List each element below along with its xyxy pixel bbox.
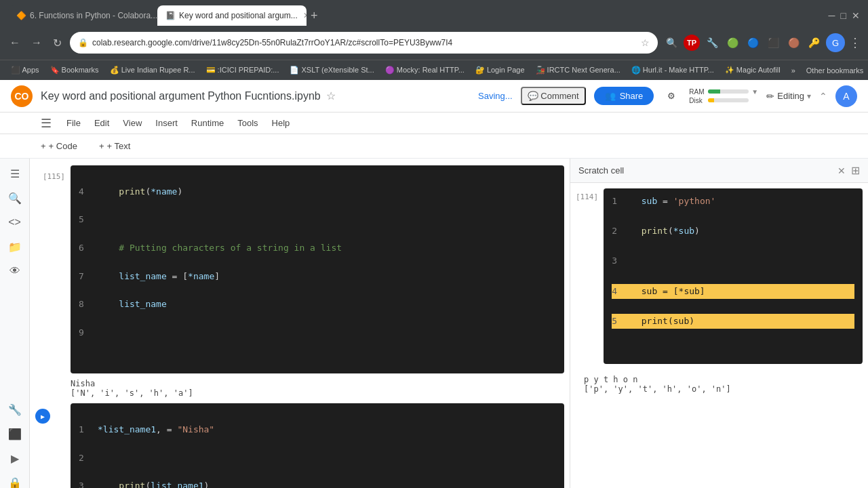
menu-help[interactable]: Help (265, 115, 297, 131)
scratch-title: Scratch cell (578, 165, 624, 176)
share-button[interactable]: 👥 Share (594, 87, 654, 105)
extension-icon-5[interactable]: ⬛ (765, 35, 781, 51)
notebook-title: Key word and positional argument Python … (41, 90, 321, 102)
sidebar-icon-block[interactable]: ⬛ (5, 424, 24, 443)
extension-icon-7[interactable]: 🔑 (806, 35, 822, 51)
notebook-cells: [115] 4 print(*name) 5 6 # Putting chara… (30, 159, 570, 488)
menu-insert[interactable]: Insert (149, 115, 184, 131)
cell-b[interactable]: 1*list_name1, = "Nisha" 2 3 print(list_n… (71, 403, 564, 488)
other-bookmarks[interactable]: Other bookmarks (802, 65, 867, 76)
main-content: ☰ 🔍 <> 📁 👁 🔧 ⬛ ▶ 🔒 [115] 4 print(*name) … (0, 159, 868, 488)
scratch-panel: Scratch cell ✕ ⊞ [114] 1 sub = 'python' … (570, 159, 868, 488)
plus-icon-code: + (41, 141, 46, 151)
comment-button[interactable]: 💬 Comment (521, 87, 586, 105)
scratch-cell-code: 1 sub = 'python' 2 print(*sub) 3 4 sub =… (604, 188, 863, 364)
forward-button[interactable]: → (28, 34, 45, 52)
menu-file[interactable]: File (60, 115, 87, 131)
tab-inactive[interactable]: 🔶 6. Functions in Python - Colabora... ✕ (8, 5, 157, 26)
address-bar[interactable]: 🔒 colab.research.google.com/drive/11w8cy… (70, 32, 658, 54)
bookmark-6[interactable]: 🚂 IRCTC Next Genera... (532, 64, 625, 76)
extension-icon-6[interactable]: 🟤 (785, 35, 802, 51)
ram-dropdown-icon[interactable]: ▼ (751, 88, 758, 96)
extension-icon-1[interactable]: TP (684, 35, 700, 51)
bookmark-5[interactable]: 🔐 Login Page (471, 64, 529, 76)
search-icon[interactable]: 🔍 (663, 35, 679, 51)
close-window-button[interactable]: ✕ (852, 10, 860, 21)
add-text-button[interactable]: + + Text (94, 138, 136, 154)
tab-icon-1: 🔶 (16, 11, 26, 20)
colab-logo: CO (11, 85, 33, 107)
menu-tools[interactable]: Tools (231, 115, 264, 131)
tab-icon-2: 📓 (165, 11, 175, 20)
menu-edit[interactable]: Edit (87, 115, 116, 131)
extension-icon-4[interactable]: 🔵 (745, 35, 761, 51)
tab-active[interactable]: 📓 Key word and positional argum... ✕ (157, 5, 307, 26)
user-avatar[interactable]: A (835, 85, 857, 107)
ram-bar (708, 89, 749, 94)
tab-close-2[interactable]: ✕ (303, 11, 307, 20)
add-code-button[interactable]: + + Code (35, 138, 83, 154)
sidebar-icon-lock[interactable]: 🔒 (5, 473, 24, 488)
settings-icon[interactable]: ⚙ (662, 88, 681, 104)
refresh-button[interactable]: ↻ (50, 34, 64, 52)
editing-badge[interactable]: ✏ Editing ▾ (766, 91, 811, 102)
disk-indicator: Disk (689, 97, 758, 104)
sidebar-icon-files[interactable]: 📁 (5, 237, 24, 256)
lock-icon: 🔒 (78, 38, 88, 47)
saving-status: Saving... (478, 91, 513, 101)
disk-fill (708, 98, 714, 102)
star-notebook-icon[interactable]: ☆ (326, 89, 336, 102)
bookmark-8[interactable]: ✨ Magic Autofill (721, 64, 785, 76)
ram-disk-indicator[interactable]: RAM ▼ Disk (689, 88, 758, 104)
sidebar-icon-run[interactable]: ▶ (5, 449, 24, 468)
menu-button[interactable]: ⋮ (849, 35, 861, 50)
url-text: colab.research.google.com/drive/11w8cy25… (92, 38, 641, 47)
bookmark-4[interactable]: 🟣 Mocky: Real HTTP... (381, 64, 469, 76)
sidebar-toggle[interactable]: ☰ (41, 116, 52, 131)
maximize-button[interactable]: □ (841, 10, 846, 21)
bookmark-2[interactable]: 💳 :ICICI PREPAID:... (202, 64, 283, 76)
sidebar-icon-code[interactable]: <> (5, 213, 24, 232)
bookmarks-bar: ⬛ Apps 🔖 Bookmarks 💰 Live Indian Rupee R… (0, 60, 868, 80)
cell-115[interactable]: 4 print(*name) 5 6 # Putting characters … (71, 165, 564, 373)
scratch-execution-count: [114] (576, 188, 604, 364)
extension-icon-2[interactable]: 🔧 (704, 35, 720, 51)
ram-label: RAM (689, 88, 705, 96)
plus-icon-text: + (99, 141, 104, 151)
extension-icon-3[interactable]: 🟢 (724, 35, 741, 51)
browser-chrome: 🔶 6. Functions in Python - Colabora... ✕… (0, 0, 868, 80)
sidebar-icon-menu[interactable]: ☰ (5, 164, 24, 183)
back-button[interactable]: ← (7, 34, 23, 52)
scratch-grid-icon[interactable]: ⊞ (851, 164, 860, 177)
scratch-close-button[interactable]: ✕ (837, 165, 846, 176)
menu-view[interactable]: View (116, 115, 149, 131)
collapse-icon[interactable]: ⌃ (819, 91, 827, 102)
tab-title-2: Key word and positional argum... (179, 11, 298, 20)
add-cell-bar: + + Code + + Text (0, 134, 868, 159)
sidebar-icon-tools[interactable] (5, 375, 24, 394)
new-tab-button[interactable]: + (311, 9, 318, 23)
bookmark-7[interactable]: 🌐 Hurl.it - Make HTTP... (627, 64, 718, 76)
colab-toolbar: CO Key word and positional argument Pyth… (0, 80, 868, 113)
minimize-button[interactable]: ─ (829, 10, 835, 21)
bookmark-apps[interactable]: ⬛ Apps (7, 64, 43, 76)
pencil-icon: ✏ (766, 91, 774, 102)
bookmark-bookmarks[interactable]: 🔖 Bookmarks (46, 64, 103, 76)
sidebar-icon-tools2[interactable]: 🔧 (5, 400, 24, 419)
bookmark-more[interactable]: » (787, 65, 800, 76)
share-icon: 👥 (605, 91, 616, 101)
star-icon[interactable]: ☆ (641, 37, 650, 48)
scratch-output-line-1: p y t h o n (584, 375, 854, 384)
ram-fill (708, 89, 720, 94)
disk-bar (708, 98, 749, 102)
bookmark-1[interactable]: 💰 Live Indian Rupee R... (106, 64, 199, 76)
bookmark-3[interactable]: 📄 XSLT (eXtensible St... (285, 64, 378, 76)
editing-label: Editing (777, 91, 804, 101)
sidebar-icon-view[interactable]: 👁 (5, 262, 24, 281)
menu-runtime[interactable]: Runtime (184, 115, 231, 131)
scratch-output-line-2: ['p', 'y', 't', 'h', 'o', 'n'] (584, 384, 854, 394)
profile-icon[interactable]: G (826, 33, 845, 52)
menu-bar: ☰ File Edit View Insert Runtime Tools He… (0, 113, 868, 134)
sidebar-icon-search[interactable]: 🔍 (5, 188, 24, 207)
cell-b-run-btn[interactable]: ▶ (35, 409, 50, 424)
